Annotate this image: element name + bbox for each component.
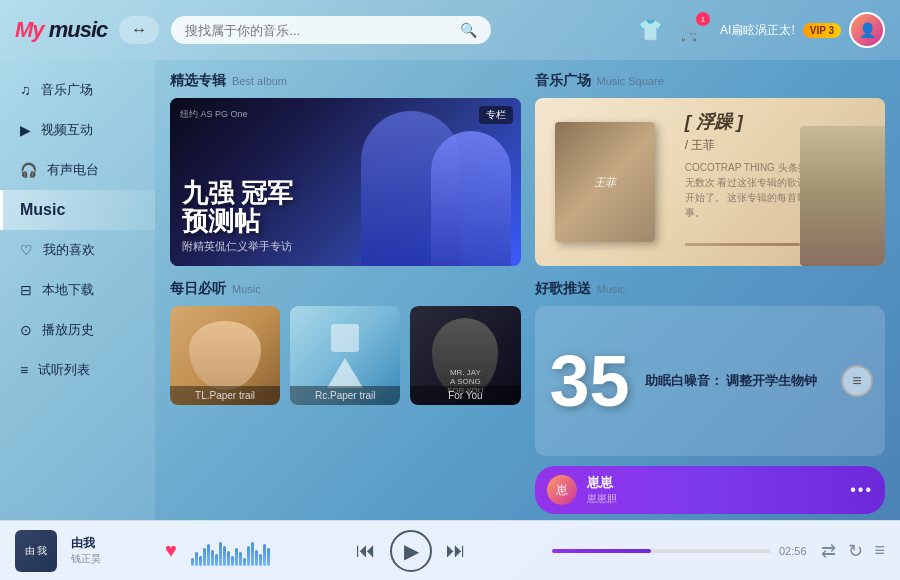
ms-portrait [800, 126, 885, 266]
shopping-icon-btn[interactable]: 🛒 1 [679, 18, 704, 42]
recommend-box: 35 助眠白噪音： 调整开学生物钟 ≡ [535, 306, 886, 456]
next-button[interactable]: ⏭ [446, 539, 466, 562]
player-controls: ⏮ ▶ ⏭ [284, 530, 538, 572]
bottom-player: 由 我 由我 钱正昊 ♥ ⏮ ▶ ⏭ 02:56 ⇄ ↻ ≡ [0, 520, 900, 580]
search-icon[interactable]: 🔍 [460, 22, 477, 38]
shuffle-button[interactable]: ⇄ [821, 540, 836, 562]
featured-subtitle: Best album [232, 75, 287, 87]
recommend-number: 35 [545, 345, 635, 417]
bottom-sections: 每日必听 Music TL.Paper trail [170, 280, 885, 514]
music-square-banner[interactable]: 王菲 [ 浮躁 ] / 王菲 COCOTRAP THING 头条推荐 发布日期:… [535, 98, 886, 266]
daily-section: 每日必听 Music TL.Paper trail [170, 280, 521, 514]
repeat-button[interactable]: ↻ [848, 540, 863, 562]
sidebar-item-history[interactable]: ⊙ 播放历史 [0, 310, 155, 350]
download-icon: ⊟ [20, 282, 32, 298]
sidebar-label-trial: 试听列表 [38, 361, 90, 379]
search-bar: 🔍 [171, 16, 491, 44]
sidebar-item-music-square[interactable]: ♫ 音乐广场 [0, 70, 155, 110]
progress-area: 02:56 [552, 545, 806, 557]
banner-top-label: 纽约 AS PG One [180, 108, 248, 121]
top-bar: My music ↔ 🔍 👕 🛒 1 AI扁眩涡正太! VIP 3 👤 [0, 0, 900, 60]
player-artist: 钱正昊 [71, 552, 151, 566]
daily-list: TL.Paper trail [170, 306, 521, 405]
user-area[interactable]: AI扁眩涡正太! VIP 3 👤 [720, 12, 885, 48]
user-name: AI扁眩涡正太! [720, 22, 795, 39]
heart-button[interactable]: ♥ [165, 539, 177, 562]
song-strip[interactable]: 崽 崽崽 崽崽胆 ••• [535, 466, 886, 514]
ms-progress-fill [685, 243, 799, 246]
sidebar-label-music-square: 音乐广场 [41, 81, 93, 99]
app-logo: My music [15, 17, 107, 43]
daily-item-tl[interactable]: TL.Paper trail [170, 306, 280, 405]
sidebar: ♫ 音乐广场 ▶ 视频互动 🎧 有声电台 Music ♡ 我的喜欢 ⊟ 本地下载… [0, 60, 155, 520]
progress-fill [552, 549, 650, 553]
daily-title: 每日必听 Music [170, 280, 521, 298]
music-square-subtitle: Music Square [597, 75, 664, 87]
sidebar-item-video[interactable]: ▶ 视频互动 [0, 110, 155, 150]
logo-music: music [44, 17, 108, 42]
sidebar-item-download[interactable]: ⊟ 本地下载 [0, 270, 155, 310]
banner-tag: 专栏 [479, 106, 513, 124]
banner-sub-text: 附精英侃仁义举手专访 [182, 239, 293, 254]
player-thumbnail: 由 我 [15, 530, 57, 572]
featured-banner[interactable]: 纽约 AS PG One 九强 冠军预测帖 附精英侃仁义举手专访 专栏 [170, 98, 521, 266]
song-more-button[interactable]: ••• [850, 481, 873, 499]
content-area: 精选专辑 Best album 纽约 AS PG One 九强 冠军预测帖 附精… [155, 60, 900, 520]
headphone-icon: 🎧 [20, 162, 37, 178]
right-controls: ⇄ ↻ ≡ [821, 540, 886, 562]
vip-badge: VIP 3 [803, 23, 841, 38]
daily-item-fy[interactable]: MR. JAYA SONGFOR YOU For You [410, 306, 520, 405]
sidebar-item-music[interactable]: Music [0, 190, 155, 230]
sidebar-item-trial[interactable]: ≡ 试听列表 [0, 350, 155, 390]
logo-my: My [15, 17, 44, 42]
top-icons: 👕 🛒 1 AI扁眩涡正太! VIP 3 👤 [638, 12, 885, 48]
history-icon: ⊙ [20, 322, 32, 338]
recommend-subtitle: Music [597, 283, 626, 295]
player-song-info: 由我 钱正昊 [71, 535, 151, 566]
song-avatar: 崽 [547, 475, 577, 505]
playlist-button[interactable]: ≡ [875, 540, 886, 561]
ms-album-area: 王菲 [535, 98, 675, 266]
daily-item-rc[interactable]: Rc.Paper trail [290, 306, 400, 405]
banner-main-text: 九强 冠军预测帖 [182, 179, 293, 236]
recommend-menu-button[interactable]: ≡ [841, 365, 873, 397]
video-icon: ▶ [20, 122, 31, 138]
album-cover-text: 王菲 [555, 175, 655, 190]
top-sections: 精选专辑 Best album 纽约 AS PG One 九强 冠军预测帖 附精… [170, 72, 885, 266]
rc-label: Rc.Paper trail [290, 386, 400, 405]
nav-arrows-button[interactable]: ↔ [119, 16, 159, 44]
progress-track[interactable] [552, 549, 771, 553]
play-button[interactable]: ▶ [390, 530, 432, 572]
list-icon: ≡ [20, 362, 28, 378]
main-layout: ♫ 音乐广场 ▶ 视频互动 🎧 有声电台 Music ♡ 我的喜欢 ⊟ 本地下载… [0, 60, 900, 520]
avatar: 👤 [849, 12, 885, 48]
song-name: 崽崽 [587, 474, 841, 492]
prev-button[interactable]: ⏮ [356, 539, 376, 562]
album-cover: 王菲 [555, 122, 655, 242]
music-note-icon: ♫ [20, 82, 31, 98]
featured-section: 精选专辑 Best album 纽约 AS PG One 九强 冠军预测帖 附精… [170, 72, 521, 266]
daily-subtitle: Music [232, 283, 261, 295]
progress-time: 02:56 [779, 545, 807, 557]
song-info: 崽崽 崽崽胆 [587, 474, 841, 506]
tl-label: TL.Paper trail [170, 386, 280, 405]
sidebar-label-download: 本地下载 [42, 281, 94, 299]
sidebar-item-radio[interactable]: 🎧 有声电台 [0, 150, 155, 190]
sidebar-label-likes: 我的喜欢 [43, 241, 95, 259]
search-input[interactable] [185, 23, 460, 38]
waveform [191, 536, 270, 566]
tshirt-icon-btn[interactable]: 👕 [638, 18, 663, 42]
sidebar-label-music: Music [20, 201, 65, 219]
song-artist: 崽崽胆 [587, 492, 841, 506]
recommend-title: 好歌推送 Music [535, 280, 886, 298]
sidebar-label-history: 播放历史 [42, 321, 94, 339]
recommend-section: 好歌推送 Music 35 助眠白噪音： 调整开学生物钟 ≡ 崽 崽崽 崽崽胆 [535, 280, 886, 514]
featured-title: 精选专辑 Best album [170, 72, 521, 90]
sidebar-item-likes[interactable]: ♡ 我的喜欢 [0, 230, 155, 270]
sidebar-label-video: 视频互动 [41, 121, 93, 139]
fy-label: For You [410, 386, 520, 405]
cart-badge: 1 [696, 12, 710, 26]
sidebar-label-radio: 有声电台 [47, 161, 99, 179]
banner-text: 九强 冠军预测帖 附精英侃仁义举手专访 [182, 179, 293, 254]
music-square-title: 音乐广场 Music Square [535, 72, 886, 90]
